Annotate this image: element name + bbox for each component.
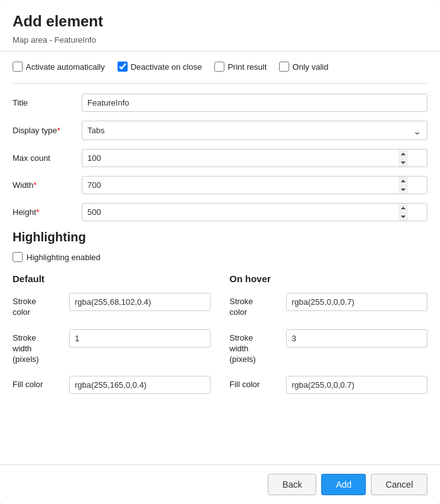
highlighting-section-title: Highlighting: [13, 230, 427, 244]
default-stroke-width-row: Strokewidth(pixels): [13, 329, 211, 365]
default-column: Default Strokecolor Strokewidth(pixels) …: [13, 273, 211, 405]
print-result-label: Print result: [228, 62, 267, 72]
height-input-wrapper: [82, 203, 427, 221]
hover-fill-color-label: Fill color: [229, 376, 286, 390]
hover-stroke-width-input[interactable]: [286, 329, 427, 348]
width-label: Width*: [13, 180, 82, 190]
dialog-title: Add element: [13, 13, 427, 30]
dialog-subtitle: Map area - FeatureInfo: [13, 35, 427, 45]
on-hover-column: On hover Strokecolor Strokewidth(pixels)…: [229, 273, 427, 405]
only-valid-label: Only valid: [292, 62, 328, 72]
dialog-footer: Back Add Cancel: [0, 464, 440, 504]
highlighting-enabled-label: Highlighting enabled: [26, 253, 101, 262]
width-row: Width*: [13, 176, 427, 194]
max-count-input[interactable]: [82, 149, 427, 167]
two-col-layout: Default Strokecolor Strokewidth(pixels) …: [13, 273, 427, 405]
title-input[interactable]: [82, 94, 427, 112]
default-fill-color-row: Fill color: [13, 376, 211, 394]
display-type-select-wrapper: Tabs Accordion List ⌄: [82, 121, 427, 140]
width-input[interactable]: [82, 176, 427, 194]
highlighting-enabled-checkbox-item[interactable]: Highlighting enabled: [13, 252, 427, 262]
default-stroke-width-input[interactable]: [69, 329, 211, 348]
checkboxes-row: Activate automatically Deactivate on clo…: [13, 62, 427, 72]
max-count-input-wrapper: [82, 149, 427, 167]
highlighting-enabled-checkbox[interactable]: [13, 252, 23, 262]
display-type-select[interactable]: Tabs Accordion List: [82, 121, 427, 140]
print-result-checkbox[interactable]: [214, 62, 224, 72]
title-label: Title: [13, 98, 82, 107]
print-result-checkbox-item[interactable]: Print result: [214, 62, 267, 72]
hover-stroke-width-row: Strokewidth(pixels): [229, 329, 427, 365]
default-stroke-width-label: Strokewidth(pixels): [13, 329, 69, 365]
dialog-header: Add element Map area - FeatureInfo: [0, 0, 440, 52]
height-input[interactable]: [82, 203, 427, 221]
only-valid-checkbox[interactable]: [279, 62, 289, 72]
default-stroke-color-label: Strokecolor: [13, 293, 69, 318]
hover-stroke-color-label: Strokecolor: [229, 293, 286, 318]
height-label: Height*: [13, 207, 82, 217]
activate-automatically-label: Activate automatically: [26, 62, 105, 72]
hover-fill-color-row: Fill color: [229, 376, 427, 394]
divider-1: [13, 83, 427, 84]
max-count-row: Max count: [13, 149, 427, 167]
only-valid-checkbox-item[interactable]: Only valid: [279, 62, 328, 72]
default-col-title: Default: [13, 273, 211, 284]
deactivate-on-close-label: Deactivate on close: [131, 62, 202, 72]
display-type-row: Display type* Tabs Accordion List ⌄: [13, 121, 427, 140]
height-row: Height*: [13, 203, 427, 221]
max-count-label: Max count: [13, 153, 82, 163]
add-button[interactable]: Add: [321, 474, 366, 495]
activate-automatically-checkbox-item[interactable]: Activate automatically: [13, 62, 105, 72]
cancel-button[interactable]: Cancel: [371, 474, 427, 495]
deactivate-on-close-checkbox[interactable]: [118, 62, 128, 72]
display-type-label: Display type*: [13, 126, 82, 135]
hover-fill-color-input[interactable]: [286, 376, 427, 394]
back-button[interactable]: Back: [268, 474, 316, 495]
on-hover-col-title: On hover: [229, 273, 427, 284]
dialog-body: Activate automatically Deactivate on clo…: [0, 52, 440, 464]
width-input-wrapper: [82, 176, 427, 194]
hover-stroke-color-row: Strokecolor: [229, 293, 427, 318]
default-stroke-color-input[interactable]: [69, 293, 211, 311]
activate-automatically-checkbox[interactable]: [13, 62, 23, 72]
add-element-dialog: Add element Map area - FeatureInfo Activ…: [0, 0, 440, 504]
hover-stroke-color-input[interactable]: [286, 293, 427, 311]
default-fill-color-label: Fill color: [13, 376, 69, 390]
default-fill-color-input[interactable]: [69, 376, 211, 394]
deactivate-on-close-checkbox-item[interactable]: Deactivate on close: [118, 62, 202, 72]
title-row: Title: [13, 94, 427, 112]
hover-stroke-width-label: Strokewidth(pixels): [229, 329, 286, 365]
default-stroke-color-row: Strokecolor: [13, 293, 211, 318]
